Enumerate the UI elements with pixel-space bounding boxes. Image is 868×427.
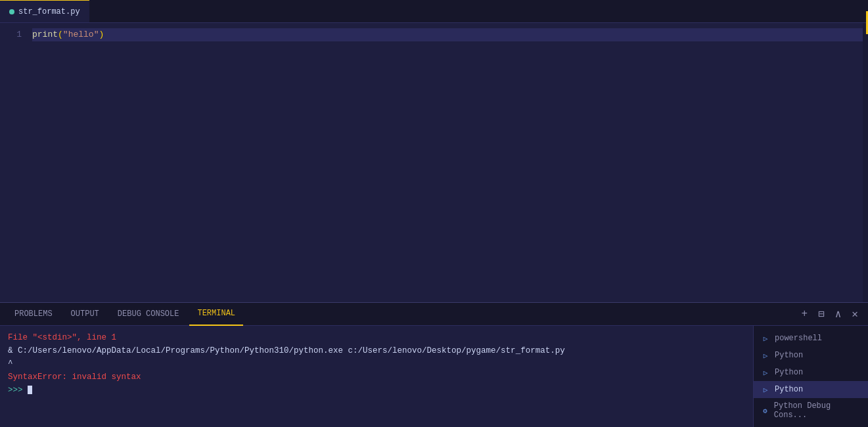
line-numbers: 1: [0, 23, 30, 302]
shell-item-python-3[interactable]: ▷ Python: [754, 381, 868, 398]
shell-item-powershell[interactable]: ▷ powershell: [754, 330, 868, 347]
shell-arrow-icon-3: ▷: [760, 384, 771, 395]
tab-dot: [9, 9, 14, 14]
line-number-1: 1: [0, 28, 22, 41]
panel-body: File "<stdin>", line 1 & C:/Users/lenovo…: [0, 326, 868, 427]
tab-filename: str_format.py: [18, 7, 80, 16]
shell-arrow-icon: ▷: [760, 333, 771, 344]
shell-item-python-1[interactable]: ▷ Python: [754, 347, 868, 364]
panel-close-button[interactable]: ✕: [848, 306, 861, 322]
tab-problems[interactable]: PROBLEMS: [7, 303, 60, 326]
shell-label-powershell: powershell: [775, 334, 822, 343]
terminal-sidebar: ▷ powershell ▷ Python ▷ Python ▷ Python …: [753, 326, 868, 427]
editor-content: 1 print("hello"): [0, 23, 868, 302]
tab-debug-console[interactable]: DEBUG CONSOLE: [110, 303, 187, 326]
terminal-cursor: [28, 386, 32, 394]
terminal-output[interactable]: File "<stdin>", line 1 & C:/Users/lenovo…: [0, 326, 753, 427]
code-line-1: print("hello"): [32, 28, 863, 41]
panel-tabs-left: PROBLEMS OUTPUT DEBUG CONSOLE TERMINAL: [7, 303, 243, 326]
panel-tabs: PROBLEMS OUTPUT DEBUG CONSOLE TERMINAL +…: [0, 303, 868, 326]
shell-label-python-2: Python: [775, 368, 803, 377]
shell-label-debug-1: Python Debug Cons...: [774, 401, 861, 420]
tab-output[interactable]: OUTPUT: [63, 303, 107, 326]
code-lines[interactable]: print("hello"): [30, 23, 863, 302]
terminal-line-3: ^: [8, 357, 745, 371]
panel-split-button[interactable]: ⊟: [815, 306, 828, 322]
shell-arrow-icon-2: ▷: [760, 367, 771, 378]
terminal-prompt-line: >>>: [8, 384, 745, 397]
panel-area: PROBLEMS OUTPUT DEBUG CONSOLE TERMINAL +…: [0, 302, 868, 427]
panel-collapse-button[interactable]: ∧: [832, 306, 845, 322]
editor-area: str_format.py 1 print("hello"): [0, 0, 868, 302]
file-tab[interactable]: str_format.py: [0, 0, 89, 22]
minimap: [863, 23, 868, 302]
terminal-prompt: >>>: [8, 386, 28, 395]
terminal-line-2: & C:/Users/lenovo/AppData/Local/Programs…: [8, 344, 745, 357]
tab-terminal[interactable]: TERMINAL: [189, 303, 243, 326]
shell-item-debug-1[interactable]: ⚙ Python Debug Cons...: [754, 398, 868, 423]
shell-label-python-1: Python: [775, 351, 803, 360]
shell-item-python-2[interactable]: ▷ Python: [754, 364, 868, 381]
shell-label-python-3: Python: [775, 385, 803, 394]
shell-gear-icon-1: ⚙: [760, 405, 770, 416]
shell-arrow-icon-1: ▷: [760, 350, 771, 361]
terminal-line-4: SyntaxError: invalid syntax: [8, 371, 745, 384]
terminal-line-1: File "<stdin>", line 1: [8, 331, 745, 344]
panel-actions: + ⊟ ∧ ✕: [798, 306, 861, 322]
add-terminal-button[interactable]: +: [798, 307, 811, 321]
tab-bar: str_format.py: [0, 0, 868, 23]
